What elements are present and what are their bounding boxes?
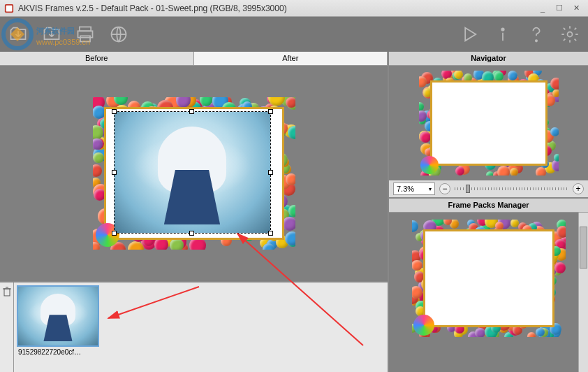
zoom-slider[interactable] xyxy=(455,187,568,190)
share-button[interactable] xyxy=(108,23,130,45)
main-toolbar xyxy=(0,17,588,52)
svg-rect-1 xyxy=(6,5,13,11)
image-strip: 91529822720e0cf… xyxy=(0,281,388,372)
open-button[interactable] xyxy=(7,23,29,45)
svg-point-7 xyxy=(536,40,537,41)
resize-handle[interactable] xyxy=(112,170,117,175)
scrollbar[interactable] xyxy=(578,213,588,372)
resize-handle[interactable] xyxy=(112,231,117,236)
resize-handle[interactable] xyxy=(189,231,194,236)
resize-handle[interactable] xyxy=(268,170,273,175)
resize-handle[interactable] xyxy=(189,109,194,114)
zoom-in-button[interactable]: + xyxy=(573,183,584,194)
settings-button[interactable] xyxy=(559,23,581,45)
packs-title: Frame Packs Manager xyxy=(389,199,588,213)
image-thumbnail[interactable]: 91529822720e0cf… xyxy=(17,285,99,369)
packs-list[interactable] xyxy=(389,213,588,372)
frame-preview xyxy=(93,97,295,250)
thumbnail-filename: 91529822720e0cf… xyxy=(17,347,99,357)
canvas-area[interactable] xyxy=(0,66,388,281)
svg-rect-4 xyxy=(80,36,90,41)
run-button[interactable] xyxy=(458,23,480,45)
maximize-button[interactable]: ☐ xyxy=(552,3,567,14)
selection-box[interactable] xyxy=(114,111,271,234)
svg-rect-10 xyxy=(4,289,10,296)
zoom-value[interactable]: 7.3%▾ xyxy=(393,183,435,195)
chevron-down-icon: ▾ xyxy=(429,186,432,192)
scrollbar-thumb[interactable] xyxy=(580,227,587,269)
navigator-title: Navigator xyxy=(389,52,588,66)
navigator-view[interactable] xyxy=(389,66,588,180)
svg-rect-2 xyxy=(80,27,91,31)
save-button[interactable] xyxy=(41,23,63,45)
app-icon xyxy=(4,3,14,13)
svg-point-8 xyxy=(568,32,573,37)
view-tabs: Before After xyxy=(0,52,388,66)
info-button[interactable] xyxy=(492,23,514,45)
tab-after[interactable]: After xyxy=(194,52,388,65)
tab-before[interactable]: Before xyxy=(0,52,194,65)
title-bar: AKVIS Frames v.2.5 - Default Pack - 01-S… xyxy=(0,0,588,17)
zoom-out-button[interactable]: − xyxy=(439,183,450,194)
slider-thumb[interactable] xyxy=(466,185,470,193)
minimize-button[interactable]: _ xyxy=(535,3,550,14)
frame-pack-thumbnail[interactable] xyxy=(412,220,566,337)
resize-handle[interactable] xyxy=(112,109,117,114)
help-button[interactable] xyxy=(525,23,547,45)
svg-point-6 xyxy=(501,28,504,31)
window-title: AKVIS Frames v.2.5 - Default Pack - 01-S… xyxy=(18,3,535,13)
close-button[interactable]: ✕ xyxy=(568,3,584,14)
resize-handle[interactable] xyxy=(268,231,273,236)
print-button[interactable] xyxy=(74,23,96,45)
zoom-controls: 7.3%▾ − + xyxy=(389,180,588,197)
delete-button[interactable] xyxy=(0,282,14,372)
resize-handle[interactable] xyxy=(268,109,273,114)
